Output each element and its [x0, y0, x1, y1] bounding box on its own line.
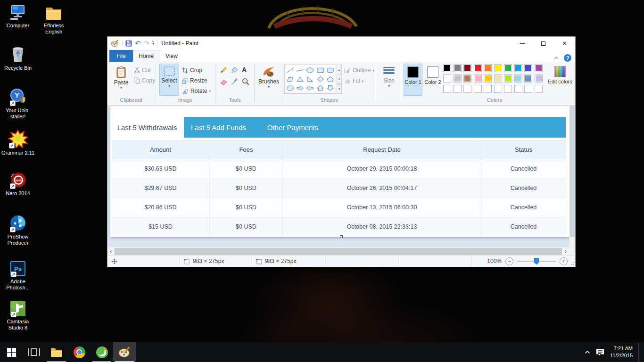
palette-swatch[interactable]: [463, 74, 471, 82]
taskbar-clock[interactable]: 7:21 AM 11/2/2015: [610, 345, 633, 359]
selection-handle-bottom[interactable]: [340, 235, 343, 238]
fill-tool[interactable]: [231, 65, 239, 74]
zoom-slider[interactable]: [517, 261, 556, 262]
desktop-icon-grammar[interactable]: ↗ Grammar 2.11: [0, 130, 36, 156]
hexagon-shape-icon[interactable]: [286, 85, 294, 91]
custom-color-slot[interactable]: [535, 85, 543, 93]
custom-color-slot[interactable]: [463, 85, 471, 93]
down-arrow-shape-icon[interactable]: [326, 85, 334, 91]
polygon-shape-icon[interactable]: [286, 76, 294, 82]
zoom-out-button[interactable]: −: [505, 257, 513, 265]
tab-view[interactable]: View: [159, 50, 184, 62]
color2-button[interactable]: Color 2: [423, 64, 442, 96]
ellipse-shape-icon[interactable]: [306, 67, 314, 74]
horizontal-scrollbar-thumb[interactable]: [115, 248, 562, 255]
fill-button[interactable]: Fill ▾: [344, 76, 363, 86]
action-center-icon[interactable]: [596, 348, 604, 356]
pasted-image-canvas[interactable]: Last 5 Withdrawals Last 5 Add Funds Othe…: [110, 106, 572, 237]
right-arrow-shape-icon[interactable]: [296, 85, 304, 91]
qat-customize-dropdown-icon[interactable]: ▾: [152, 41, 154, 46]
custom-color-slot[interactable]: [494, 85, 502, 93]
help-button[interactable]: ?: [564, 54, 571, 62]
palette-swatch[interactable]: [463, 64, 471, 72]
vertical-scrollbar-thumb[interactable]: [570, 106, 575, 237]
palette-swatch[interactable]: [524, 64, 532, 72]
taskbar-paint-active[interactable]: [113, 342, 136, 362]
desktop-icon-efforless-english[interactable]: Efforless English: [36, 3, 72, 35]
palette-swatch[interactable]: [484, 64, 492, 72]
palette-swatch[interactable]: [514, 64, 522, 72]
show-desktop-button[interactable]: [638, 342, 640, 362]
palette-swatch[interactable]: [504, 64, 512, 72]
palette-swatch[interactable]: [494, 74, 502, 82]
desktop-icon-camtasia[interactable]: ↗ Camtasia Studio 8: [0, 299, 36, 331]
palette-swatch[interactable]: [535, 74, 543, 82]
palette-swatch[interactable]: [454, 74, 462, 82]
outline-button[interactable]: Outline ▾: [344, 66, 374, 75]
custom-color-slot[interactable]: [504, 85, 512, 93]
eraser-tool[interactable]: [220, 77, 228, 86]
resize-grip[interactable]: [570, 262, 574, 265]
palette-swatch[interactable]: [443, 64, 451, 72]
tab-home[interactable]: Home: [133, 50, 159, 62]
desktop-icon-computer[interactable]: Computer: [0, 3, 36, 29]
custom-color-slot[interactable]: [514, 85, 522, 93]
desktop-icon-proshow[interactable]: ↗ ProShow Producer: [0, 214, 36, 246]
vertical-scrollbar[interactable]: [569, 106, 575, 247]
close-button[interactable]: ✕: [554, 37, 575, 50]
brushes-button[interactable]: Brushes ▾: [257, 64, 281, 96]
magnifier-tool[interactable]: [242, 77, 249, 86]
maximize-button[interactable]: [533, 37, 554, 50]
color-picker-tool[interactable]: [231, 77, 238, 86]
gallery-more-icon[interactable]: ▼: [337, 84, 342, 94]
zoom-in-button[interactable]: +: [560, 257, 568, 265]
paste-button[interactable]: Paste ▾: [112, 64, 130, 96]
start-button[interactable]: [0, 342, 23, 362]
color1-button[interactable]: Color 1: [404, 64, 422, 96]
desktop-icon-nero[interactable]: nero ↗ Nero 2014: [0, 171, 36, 197]
collapse-ribbon-icon[interactable]: [553, 56, 559, 60]
palette-swatch[interactable]: [484, 74, 492, 82]
taskbar-chrome[interactable]: [68, 342, 91, 362]
palette-swatch[interactable]: [535, 64, 543, 72]
copy-button[interactable]: Copy: [134, 76, 155, 85]
left-arrow-shape-icon[interactable]: [306, 85, 314, 91]
desktop-icon-recycle-bin[interactable]: Recycle Bin: [0, 45, 36, 71]
taskbar-file-explorer[interactable]: [45, 342, 68, 362]
size-button[interactable]: Size ▾: [379, 64, 399, 96]
right-triangle-shape-icon[interactable]: [306, 76, 314, 82]
undo-icon[interactable]: ↶: [135, 40, 141, 47]
taskbar-coccoc[interactable]: [91, 342, 113, 362]
cut-button[interactable]: Cut: [134, 66, 151, 75]
tray-chevron-up-icon[interactable]: [585, 350, 590, 354]
task-view-button[interactable]: [23, 342, 45, 362]
up-arrow-shape-icon[interactable]: [316, 85, 324, 91]
palette-swatch[interactable]: [454, 64, 462, 72]
custom-color-slot[interactable]: [484, 85, 492, 93]
custom-color-slot[interactable]: [443, 85, 451, 93]
palette-swatch[interactable]: [443, 74, 451, 82]
horizontal-scrollbar-track[interactable]: [114, 247, 562, 255]
line-shape-icon[interactable]: [286, 67, 294, 74]
palette-swatch[interactable]: [524, 74, 532, 82]
palette-swatch[interactable]: [504, 74, 512, 82]
scroll-right-icon[interactable]: ›: [562, 247, 569, 255]
palette-swatch[interactable]: [474, 64, 482, 72]
gallery-up-icon[interactable]: ▲: [337, 65, 342, 74]
pentagon-shape-icon[interactable]: [326, 76, 334, 82]
zoom-slider-thumb[interactable]: [534, 258, 539, 265]
edit-colors-button[interactable]: Edit colors: [548, 64, 572, 98]
rounded-rectangle-shape-icon[interactable]: [326, 67, 334, 74]
gallery-down-icon[interactable]: ▼: [337, 74, 342, 84]
desktop-icon-uninstaller[interactable]: Y ↗ Your Unin-staller!: [0, 88, 36, 120]
tab-file[interactable]: File: [109, 50, 133, 62]
minimize-button[interactable]: [512, 37, 533, 50]
rectangle-shape-icon[interactable]: [316, 67, 324, 74]
select-button[interactable]: Select ▾: [159, 64, 179, 96]
custom-color-slot[interactable]: [474, 85, 482, 93]
custom-color-slot[interactable]: [454, 85, 462, 93]
desktop-icon-photoshop[interactable]: Ps ↗ Adobe Photosh...: [0, 259, 36, 291]
rotate-button[interactable]: Rotate ▾: [182, 86, 211, 96]
pencil-tool[interactable]: [220, 65, 228, 74]
text-tool[interactable]: A: [242, 65, 247, 74]
